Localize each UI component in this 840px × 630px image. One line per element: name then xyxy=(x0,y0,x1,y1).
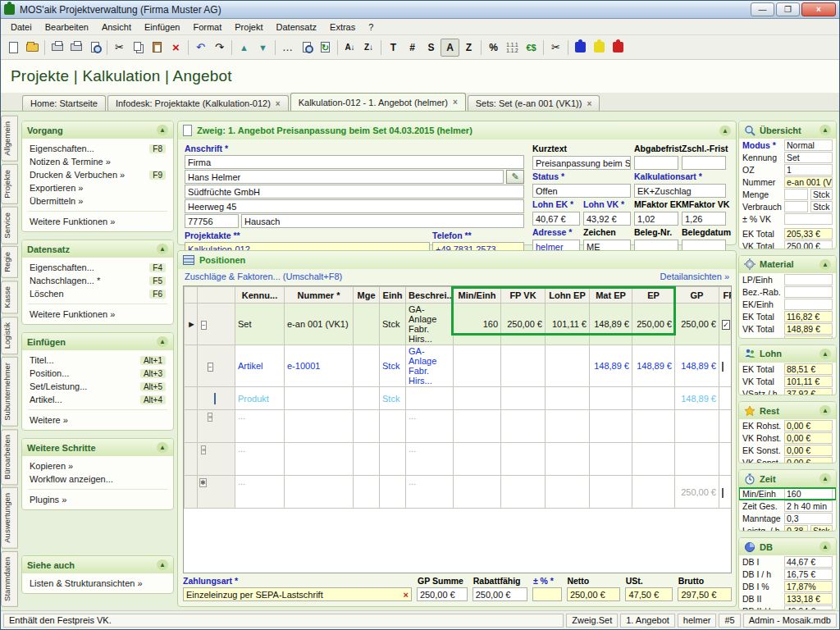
vtab-auswertungen[interactable]: Auswertungen xyxy=(1,487,18,549)
min-einh-field[interactable]: 160 xyxy=(784,488,833,500)
kurztext-field[interactable]: Preisanpassung beim Set xyxy=(532,156,631,170)
anschrift-line2-field[interactable]: Hans Helmer xyxy=(185,170,504,184)
sidebar-item-kopieren[interactable]: Kopieren » xyxy=(22,459,173,472)
zschlfrist-field[interactable] xyxy=(682,156,726,170)
vtab-allgemein[interactable]: Allgemein xyxy=(1,116,18,162)
verbrauch-field[interactable] xyxy=(784,201,808,212)
bez-rab-field[interactable] xyxy=(784,286,833,298)
lp-einh-field[interactable] xyxy=(784,274,833,285)
col-ep[interactable]: EP xyxy=(632,287,675,304)
zahlungsart-field[interactable]: Einzeleinzug per SEPA-Lastschrift× xyxy=(183,587,412,601)
cell-mge[interactable] xyxy=(354,304,380,345)
tab-infodesk[interactable]: Infodesk: Projektakte (Kalkulation-012)× xyxy=(107,95,289,111)
paste-icon[interactable] xyxy=(148,39,167,57)
menu-bearbeiten[interactable]: Bearbeiten xyxy=(39,21,95,34)
print-preview-icon[interactable] xyxy=(85,39,104,57)
tree-cell[interactable] xyxy=(198,387,235,410)
close-tab-icon[interactable]: × xyxy=(453,98,458,107)
cell-gp[interactable]: 250,00 € xyxy=(675,304,719,345)
tree-cell[interactable]: − xyxy=(198,345,235,387)
table-row-new-outer[interactable]: » ... ... xyxy=(185,443,733,476)
cell-min-einh[interactable]: 160 xyxy=(454,304,501,345)
mfaktor-vk-field[interactable]: 1,26 xyxy=(682,212,726,226)
cell-kennung[interactable]: Artikel xyxy=(235,345,285,387)
close-button[interactable]: × xyxy=(801,2,836,16)
rabattfaehig-field[interactable]: 250,00 € xyxy=(472,587,527,601)
sidebar-item-plugins[interactable]: Plugins » xyxy=(22,493,173,506)
redo-icon[interactable]: ↷ xyxy=(210,39,229,57)
row-selector[interactable] xyxy=(185,387,198,410)
menu-datei[interactable]: Datei xyxy=(4,21,39,34)
col-nummer[interactable]: Nummer * xyxy=(285,287,354,304)
table-row-set[interactable]: ► − Set e-an 001 (VK1) Stck GA-Anlage Fa… xyxy=(185,304,733,345)
cell-einh[interactable]: Stck xyxy=(380,304,406,345)
cell-einh[interactable]: Stck xyxy=(380,345,406,387)
ort-field[interactable]: Hausach xyxy=(241,214,524,228)
tab-kalkulation-angebot[interactable]: Kalkulation-012 - 1. Angebot (helmer)× xyxy=(290,93,466,111)
menu-einfuegen[interactable]: Einfügen xyxy=(138,21,186,34)
plugin-blue-icon[interactable] xyxy=(571,39,590,57)
cell-kennung[interactable]: ... xyxy=(235,443,285,476)
brutto-field[interactable]: 297,50 € xyxy=(678,587,732,601)
cell-kennung[interactable]: Set xyxy=(235,304,285,345)
edit-dots-icon[interactable]: … xyxy=(278,39,297,57)
zuschlaege-link[interactable]: Zuschläge & Faktoren... (Umschalt+F8) xyxy=(185,272,342,281)
menu-help[interactable]: ? xyxy=(362,21,380,34)
menu-format[interactable]: Format xyxy=(186,21,228,34)
col-mat-ep[interactable]: Mat EP xyxy=(590,287,632,304)
cell-beschreibung[interactable]: GA-Anlage Fabr. Hirs... xyxy=(406,304,454,345)
undo-icon[interactable]: ↶ xyxy=(191,39,210,57)
col-beschreibung[interactable]: Beschrei... xyxy=(406,287,454,304)
cell-mge[interactable] xyxy=(354,345,380,387)
row-selector[interactable]: ► xyxy=(185,304,198,345)
cell-gp[interactable]: 148,89 € xyxy=(675,345,719,387)
collapse-icon[interactable]: ▲ xyxy=(819,541,831,552)
col-kennung[interactable]: Kennu... xyxy=(235,287,285,304)
pct-field[interactable] xyxy=(532,587,562,601)
cell-beschreibung[interactable]: ... xyxy=(406,443,454,476)
kalkulationsart-field[interactable]: EK+Zuschlag xyxy=(634,184,726,198)
tree-cell[interactable]: » xyxy=(198,410,235,443)
abgabefrist-field[interactable] xyxy=(634,156,678,170)
kennung-field[interactable]: Set xyxy=(784,152,833,163)
gp-summe-field[interactable]: 250,00 € xyxy=(417,587,468,601)
cell-fp-checkbox[interactable] xyxy=(719,345,733,387)
copy-icon[interactable] xyxy=(129,39,148,57)
col-fp-vk[interactable]: FP VK xyxy=(501,287,546,304)
tree-cell[interactable]: » xyxy=(198,443,235,476)
plugin-red-icon[interactable] xyxy=(609,39,628,57)
sidebar-item-eigenschaften[interactable]: Eigenschaften...F8 xyxy=(22,142,173,155)
sidebar-item-loeschen[interactable]: LöschenF6 xyxy=(22,287,173,300)
vtab-subunternehmer[interactable]: Subunternehmer xyxy=(1,357,18,427)
vtab-bueroarbeiten[interactable]: Büroarbeiten xyxy=(1,429,18,485)
row-selector[interactable] xyxy=(185,345,198,387)
delete-icon[interactable]: × xyxy=(167,39,185,57)
cell-fp-checkbox[interactable]: ✓ xyxy=(719,304,733,345)
col-lohn-ep[interactable]: Lohn EP xyxy=(546,287,590,304)
sidebar-item-notizen[interactable]: Notizen & Termine » xyxy=(22,155,173,168)
cell-nummer[interactable]: e-an 001 (VK1) xyxy=(285,304,354,345)
sort-za-icon[interactable]: Z↓ xyxy=(359,39,378,57)
tab-home[interactable]: Home: Startseite xyxy=(22,95,106,111)
collapse-icon[interactable]: ▲ xyxy=(819,473,831,484)
menu-projekt[interactable]: Projekt xyxy=(228,21,269,34)
position-mode-button[interactable]: # xyxy=(403,39,422,57)
pct-vk-field[interactable] xyxy=(784,213,833,225)
table-row-artikel[interactable]: − Artikel e-10001 Stck GA-Anlage Fabr. H… xyxy=(185,345,733,387)
sidebar-item-nachschlagen[interactable]: Nachschlagen... *F5 xyxy=(22,274,173,287)
cell-fp-checkbox[interactable] xyxy=(719,476,733,509)
anschrift-line4-field[interactable]: Heerweg 45 xyxy=(185,199,524,213)
restore-button[interactable]: ❐ xyxy=(776,2,800,16)
sidebar-item-uebermitteln[interactable]: Übermitteln » xyxy=(22,194,173,208)
currency-icon[interactable]: €$ xyxy=(522,39,541,57)
zeile-mode-button[interactable]: Z xyxy=(459,39,478,57)
outline-numbering-icon[interactable]: 1.1.11.1.2 xyxy=(503,39,522,57)
row-selector[interactable] xyxy=(185,410,198,443)
tree-cell[interactable]: ✱ xyxy=(198,476,235,509)
set-mode-button[interactable]: S xyxy=(422,39,441,57)
sidebar-item-ds-eigenschaften[interactable]: Eigenschaften...F4 xyxy=(22,261,173,274)
cell-einh[interactable]: Stck xyxy=(380,387,406,410)
vtab-projekte[interactable]: Projekte xyxy=(1,164,18,204)
cell-mat-ep[interactable]: 148,89 € xyxy=(590,345,632,387)
cut-icon[interactable]: ✂ xyxy=(110,39,129,57)
